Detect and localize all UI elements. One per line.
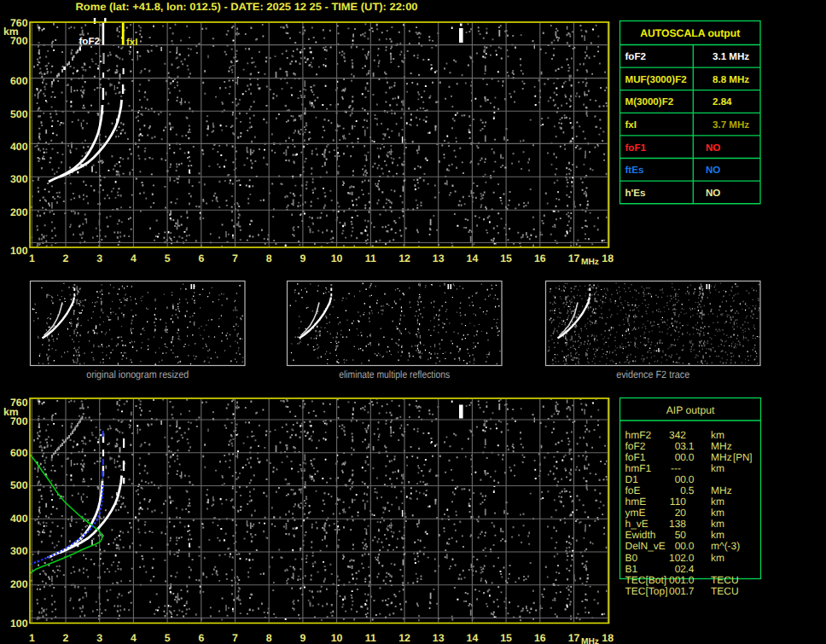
svg-text:17: 17 (568, 632, 580, 644)
svg-text:12: 12 (398, 632, 410, 644)
svg-text:400: 400 (10, 513, 28, 525)
svg-text:6: 6 (198, 632, 204, 644)
svg-text:2: 2 (63, 252, 69, 264)
svg-text:9: 9 (300, 632, 305, 644)
svg-text:MHz: MHz (711, 484, 732, 496)
svg-text:001: 001 (669, 574, 686, 586)
svg-text:13: 13 (433, 252, 445, 264)
svg-text:11: 11 (365, 632, 376, 644)
svg-text:.0: .0 (686, 574, 695, 586)
svg-text:15: 15 (500, 632, 512, 644)
svg-text:foF1: foF1 (625, 142, 647, 154)
svg-text:km: km (711, 429, 724, 441)
svg-text:[PN]: [PN] (733, 452, 753, 463)
svg-text:110: 110 (670, 496, 686, 508)
svg-text:2.84: 2.84 (713, 96, 732, 107)
svg-text:MHz: MHz (711, 451, 732, 463)
svg-text:1: 1 (29, 632, 35, 644)
svg-text:3.1 MHz: 3.1 MHz (713, 51, 749, 62)
svg-text:18: 18 (602, 632, 614, 644)
svg-text:B1: B1 (625, 563, 638, 575)
svg-text:600: 600 (10, 75, 28, 87)
svg-text:km: km (3, 406, 19, 418)
svg-text:1: 1 (29, 252, 35, 264)
svg-text:.1: .1 (686, 440, 695, 452)
svg-text:3.7 MHz: 3.7 MHz (713, 119, 749, 131)
svg-text:Rome (lat: +41.8, lon: 012.5): Rome (lat: +41.8, lon: 012.5) - DATE: 20… (76, 1, 418, 13)
svg-text:km: km (711, 518, 724, 530)
svg-text:200: 200 (10, 578, 28, 590)
svg-text:foF2: foF2 (625, 440, 646, 452)
svg-text:14: 14 (467, 252, 479, 264)
svg-text:h'Es: h'Es (625, 188, 646, 199)
svg-text:8: 8 (266, 252, 272, 264)
svg-text:foE: foE (625, 484, 641, 496)
svg-text:10: 10 (331, 632, 343, 644)
svg-text:14: 14 (467, 632, 479, 644)
svg-text:km: km (711, 507, 724, 519)
svg-text:MHz: MHz (581, 637, 599, 644)
svg-text:eliminate multiple reflections: eliminate multiple reflections (339, 368, 450, 380)
svg-text:4: 4 (131, 632, 137, 644)
svg-text:12: 12 (398, 252, 410, 264)
svg-text:km: km (3, 26, 19, 38)
svg-text:.0: .0 (686, 473, 695, 485)
svg-text:.4: .4 (686, 563, 695, 575)
svg-text:M(3000)F2: M(3000)F2 (625, 96, 674, 107)
svg-text:4: 4 (131, 252, 137, 264)
svg-text:3: 3 (96, 252, 102, 264)
svg-text:2: 2 (63, 632, 69, 644)
svg-text:16: 16 (534, 632, 546, 644)
svg-text:h_vE: h_vE (625, 518, 649, 530)
svg-text:15: 15 (500, 252, 512, 264)
svg-text:---: --- (671, 462, 681, 474)
svg-text:138: 138 (669, 518, 686, 530)
svg-text:.7: .7 (686, 585, 695, 597)
svg-text:20: 20 (675, 507, 687, 519)
svg-text:6: 6 (198, 252, 204, 264)
svg-text:TECU: TECU (711, 574, 739, 586)
svg-text:hmF1: hmF1 (625, 462, 652, 474)
svg-text:foF2: foF2 (625, 51, 646, 62)
svg-text:400: 400 (10, 141, 28, 153)
svg-text:8.8 MHz: 8.8 MHz (713, 74, 749, 85)
svg-text:AIP output: AIP output (666, 404, 715, 416)
svg-text:500: 500 (10, 479, 28, 491)
svg-text:5: 5 (165, 632, 171, 644)
svg-text:3: 3 (96, 632, 102, 644)
svg-text:foF1: foF1 (625, 451, 646, 463)
svg-text:100: 100 (10, 618, 28, 629)
svg-text:10: 10 (331, 252, 343, 264)
svg-text:300: 300 (10, 545, 28, 557)
svg-text:fxI: fxI (625, 119, 637, 131)
svg-text:02: 02 (675, 563, 687, 575)
svg-text:.0: .0 (686, 552, 695, 564)
svg-text:MHz: MHz (711, 440, 732, 452)
svg-text:fxI: fxI (126, 38, 137, 48)
svg-text:11: 11 (365, 252, 376, 264)
svg-text:.0: .0 (686, 451, 695, 463)
svg-text:600: 600 (10, 447, 28, 459)
svg-text:ymE: ymE (625, 507, 646, 519)
svg-text:TECU: TECU (711, 585, 739, 597)
svg-text:NO: NO (706, 142, 720, 154)
svg-text:hmF2: hmF2 (625, 429, 652, 441)
svg-text:km: km (711, 462, 724, 474)
svg-text:7: 7 (232, 632, 238, 644)
svg-text:m^(-3): m^(-3) (711, 540, 740, 552)
svg-text:.0: .0 (686, 540, 695, 552)
svg-text:300: 300 (10, 173, 28, 185)
svg-text:50: 50 (675, 529, 687, 541)
svg-text:00: 00 (675, 473, 687, 485)
svg-text:D1: D1 (625, 473, 639, 485)
svg-text:200: 200 (10, 206, 28, 218)
svg-text:MUF(3000)F2: MUF(3000)F2 (625, 74, 687, 85)
svg-text:AUTOSCALA output: AUTOSCALA output (640, 27, 740, 39)
svg-text:NO: NO (706, 165, 720, 176)
svg-text:km: km (711, 529, 724, 541)
svg-text:17: 17 (568, 252, 580, 264)
svg-text:8: 8 (266, 632, 272, 644)
svg-text:102: 102 (669, 552, 686, 564)
svg-text:DelN_vE: DelN_vE (625, 540, 666, 552)
svg-text:TEC[Top]: TEC[Top] (625, 585, 668, 597)
